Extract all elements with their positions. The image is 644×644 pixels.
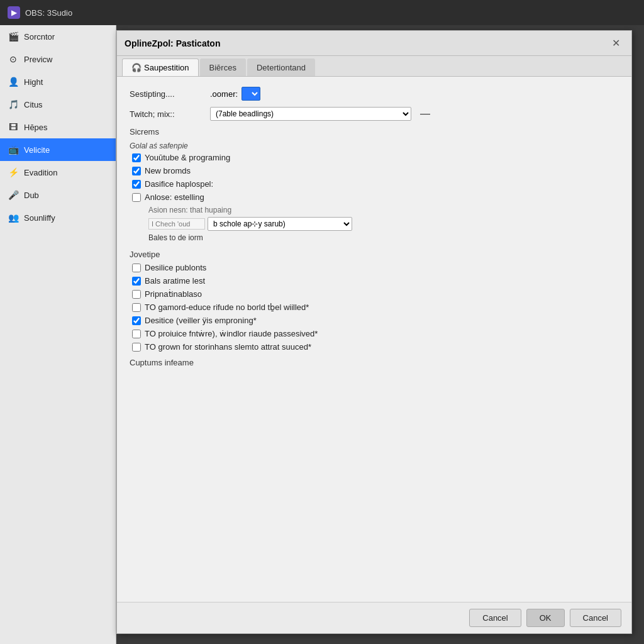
checkbox-cb9[interactable]: [132, 316, 141, 325]
indent-block: Asion nesn: that hupaing b schole ap⊹y s…: [130, 206, 619, 242]
sidebar-item-citus[interactable]: 🎵Citus: [0, 93, 116, 116]
sidebar-label-preview: Previcw: [24, 55, 53, 64]
sidebar-label-velicite: Velicite: [24, 145, 50, 155]
jovetipe-label: Jovetipe: [130, 250, 619, 259]
check-label-cb3[interactable]: Dasifice haplospel:: [145, 179, 213, 189]
checkbox-cb6[interactable]: [132, 277, 141, 286]
titlebar: ▶ OBS: 3Sudio: [0, 0, 644, 25]
sidebar-item-hepes[interactable]: 🎞Hēpes: [0, 116, 116, 138]
tab-label-detertiontand: Detertiontand: [257, 63, 306, 72]
sidebar-icon-hight: 👤: [8, 77, 19, 87]
sidebar-icon-citus: 🎵: [8, 99, 19, 109]
sestipting-label: Sestipting....: [130, 89, 205, 99]
sicrems-header: Sicrems: [130, 127, 619, 136]
tabs-bar: 🎧SaupestitionBiērcesDetertiontand: [117, 56, 631, 77]
sidebar-icon-hepes: 🎞: [8, 122, 19, 132]
sidebar-item-evadition[interactable]: ⚡Evadition: [0, 161, 116, 184]
checkbox-cb5[interactable]: [132, 264, 141, 272]
tab-detertiontand[interactable]: Detertiontand: [247, 58, 315, 76]
sidebar-icon-evadition: ⚡: [8, 167, 19, 177]
sestipting-row: Sestipting.... .oomer:: [130, 87, 619, 101]
cuptums-label: Cuptums infeame: [130, 358, 619, 367]
tab-label-bierces: Biērces: [209, 63, 236, 72]
check-row-cb2: New bromds: [130, 166, 619, 175]
minus-button[interactable]: —: [416, 108, 434, 119]
sidebar-icon-sounliffy: 👥: [8, 213, 19, 223]
sidebar-item-hight[interactable]: 👤Hight: [0, 70, 116, 93]
checkbox-cb1[interactable]: [132, 153, 141, 162]
sestipting-value: .oomer:: [210, 89, 238, 99]
check-row-cb9: Desitice (veiller ÿis emproning*: [130, 316, 619, 325]
cancel1-button[interactable]: Cancel: [469, 609, 521, 627]
sidebar-label-dub: Dub: [24, 191, 39, 200]
schole-dropdown[interactable]: b schole ap⊹y sarub): [208, 217, 352, 231]
sidebar-icon-sorcntor: 🎬: [8, 31, 19, 42]
tab-icon-saupestition: 🎧: [131, 63, 142, 72]
checkbox-group-2: Desilice publonts Bals aratime lest Prip…: [130, 263, 619, 352]
twitch-label: Twitch; mix::: [130, 109, 205, 119]
check-row-cb4: Anlose: estelling: [130, 192, 619, 202]
dialog-body: Sestipting.... .oomer: Twitch; mix:: (7a…: [117, 77, 631, 602]
sidebar-label-sorcntor: Sorcntor: [24, 32, 55, 42]
checkbox-cb4[interactable]: [132, 193, 141, 202]
bales-label: Bales to de iorm: [148, 233, 619, 242]
sestipting-dropdown[interactable]: [242, 87, 260, 101]
check-label-cb4[interactable]: Anlose: estelling: [145, 192, 204, 202]
tab-bierces[interactable]: Biērces: [200, 58, 246, 76]
content-area: OplineZpol: Pasticaton ✕ 🎧SaupestitionBi…: [116, 25, 644, 644]
check-row-cb6: Bals aratime lest: [130, 276, 619, 286]
check-label-cb10[interactable]: TO proiuice fntẇre), ẇindlor riaude pass…: [145, 329, 318, 338]
check-label-cb11[interactable]: TO grown for storinhans slemto attrat su…: [145, 342, 311, 352]
sestipting-select-wrap: .oomer:: [210, 87, 260, 101]
ok-button[interactable]: OK: [526, 609, 565, 627]
cancel2-button[interactable]: Cancel: [570, 609, 621, 627]
check-row-cb10: TO proiuice fntẇre), ẇindlor riaude pass…: [130, 329, 619, 338]
check-label-cb5[interactable]: Desilice publonts: [145, 263, 206, 272]
asion-label: Asion nesn: that hupaing: [148, 206, 619, 214]
check-label-cb1[interactable]: Youūtube & programing: [145, 153, 230, 162]
chech-input[interactable]: [148, 218, 205, 230]
sidebar: 🎬Sorcntor⊙Previcw👤Hight🎵Citus🎞Hēpes📺Veli…: [0, 25, 116, 644]
checkbox-cb8[interactable]: [132, 303, 141, 312]
check-row-cb5: Desilice publonts: [130, 263, 619, 272]
sidebar-icon-velicite: 📺: [8, 145, 19, 155]
dialog: OplineZpol: Pasticaton ✕ 🎧SaupestitionBi…: [116, 30, 632, 634]
dialog-close-button[interactable]: ✕: [608, 36, 624, 50]
check-label-cb9[interactable]: Desitice (veiller ÿis emproning*: [145, 316, 257, 325]
dialog-title: OplineZpol: Pasticaton: [125, 38, 220, 48]
sidebar-icon-dub: 🎤: [8, 190, 19, 200]
sidebar-item-sorcntor[interactable]: 🎬Sorcntor: [0, 25, 116, 48]
checkbox-cb7[interactable]: [132, 290, 141, 299]
sidebar-label-sounliffy: Sounliffy: [24, 213, 55, 223]
checkbox-cb3[interactable]: [132, 180, 141, 189]
check-label-cb6[interactable]: Bals aratime lest: [145, 276, 205, 286]
check-row-cb3: Dasifice haplospel:: [130, 179, 619, 189]
checkbox-cb11[interactable]: [132, 343, 141, 352]
check-row-cb8: TO gamord-educe rifude no borld tḇel wii…: [130, 303, 619, 312]
tab-saupestition[interactable]: 🎧Saupestition: [122, 58, 199, 76]
main-layout: 🎬Sorcntor⊙Previcw👤Hight🎵Citus🎞Hēpes📺Veli…: [0, 25, 644, 644]
sidebar-item-dub[interactable]: 🎤Dub: [0, 184, 116, 206]
sidebar-item-velicite[interactable]: 📺Velicite: [0, 138, 116, 161]
twitch-row: Twitch; mix:: (7able beadlings) —: [130, 107, 619, 121]
sidebar-label-citus: Citus: [24, 100, 43, 109]
checkbox-cb2[interactable]: [132, 167, 141, 175]
checkbox-group-1: Youūtube & programing New bromds Dasific…: [130, 153, 619, 202]
check-label-cb7[interactable]: Pripnaṫinablaso: [145, 289, 202, 299]
app-icon: ▶: [8, 6, 20, 19]
dialog-footer: Cancel OK Cancel: [117, 602, 631, 633]
check-row-cb7: Pripnaṫinablaso: [130, 289, 619, 299]
dialog-titlebar: OplineZpol: Pasticaton ✕: [117, 31, 631, 56]
golal-header: Golal aś safenpie: [130, 142, 619, 150]
check-label-cb2[interactable]: New bromds: [145, 166, 191, 175]
chech-row: b schole ap⊹y sarub): [148, 217, 619, 231]
check-label-cb8[interactable]: TO gamord-educe rifude no borld tḇel wii…: [145, 303, 309, 312]
check-row-cb11: TO grown for storinhans slemto attrat su…: [130, 342, 619, 352]
sidebar-item-sounliffy[interactable]: 👥Sounliffy: [0, 206, 116, 229]
sidebar-label-evadition: Evadition: [24, 168, 57, 177]
sidebar-icon-preview: ⊙: [8, 54, 19, 64]
checkbox-cb10[interactable]: [132, 330, 141, 338]
sidebar-label-hight: Hight: [24, 77, 43, 87]
twitch-dropdown[interactable]: (7able beadlings): [210, 107, 411, 121]
sidebar-item-preview[interactable]: ⊙Previcw: [0, 48, 116, 70]
